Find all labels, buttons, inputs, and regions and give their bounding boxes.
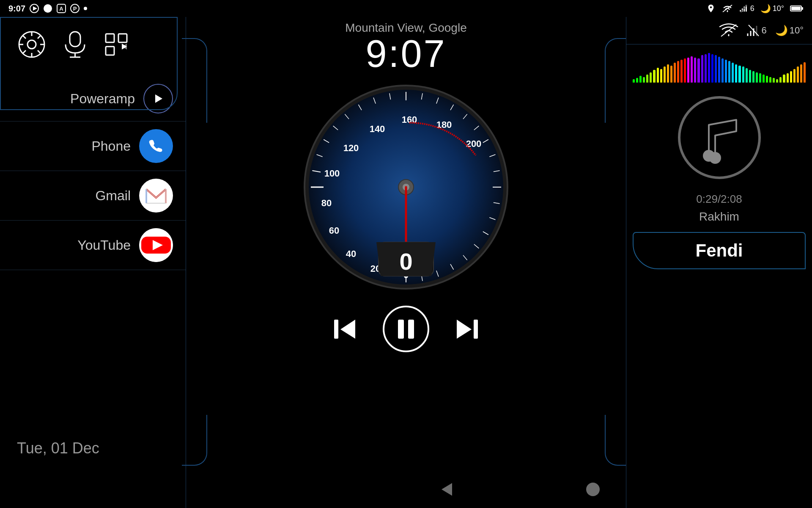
poweramp-item[interactable]: Poweramp (0, 76, 186, 121)
eq-bar-48 (797, 66, 799, 83)
song-title-box: Fendi (633, 232, 806, 269)
mic-icon (63, 30, 87, 59)
svg-marker-1 (33, 6, 37, 11)
app-list: Poweramp Phone Gmail (0, 76, 186, 270)
eq-bar-3 (643, 77, 645, 83)
song-title: Fendi (696, 240, 743, 260)
eq-bar-26 (721, 58, 724, 83)
svg-point-90 (586, 483, 600, 496)
moon-right-icon: 🌙 (775, 25, 788, 36)
eq-bar-30 (735, 64, 737, 83)
left-panel: Poweramp Phone Gmail (0, 17, 186, 508)
signal-num: 6 (761, 25, 766, 36)
phone-item[interactable]: Phone (0, 121, 186, 171)
microphone-button[interactable] (63, 30, 87, 59)
eq-bar-12 (674, 63, 676, 83)
signal-crossed-icon (747, 24, 760, 37)
eq-bar-2 (639, 76, 642, 83)
gmail-item[interactable]: Gmail (0, 171, 186, 221)
toolbar (0, 17, 186, 68)
signal-icon (739, 4, 749, 13)
phone-handset-icon (147, 137, 165, 155)
gmail-icon[interactable] (139, 179, 173, 213)
eq-bar-38 (763, 75, 765, 83)
svg-line-25 (23, 50, 26, 53)
prev-button[interactable] (332, 318, 357, 341)
next-button[interactable] (455, 318, 480, 341)
wifi-detail-icon (719, 22, 738, 39)
svg-rect-14 (801, 7, 803, 10)
temp-right: 10° (790, 25, 804, 36)
svg-rect-84 (334, 320, 338, 339)
eq-bar-17 (691, 56, 693, 83)
eq-bar-13 (677, 61, 679, 83)
grid-icon (104, 32, 129, 57)
youtube-icon[interactable] (139, 228, 173, 262)
song-info: 0:29/2:08 Rakhim (626, 193, 812, 224)
center-panel: Mountain View, Google 9:07 (186, 17, 626, 508)
svg-point-17 (27, 40, 36, 49)
svg-text:40: 40 (346, 248, 356, 259)
music-note-icon (677, 95, 762, 180)
eq-bar-16 (687, 58, 689, 83)
pause-button[interactable] (383, 306, 429, 352)
speedometer: 0 20 40 60 80 100 120 140 160 180 200 (300, 81, 512, 293)
signal-blocked-area: 6 (747, 24, 766, 37)
settings-button[interactable] (17, 30, 47, 59)
svg-line-22 (23, 36, 26, 39)
weather-right-area: 🌙 10° (775, 25, 804, 36)
poweramp-label: Poweramp (70, 91, 135, 107)
gmail-envelope-icon (145, 187, 167, 204)
back-button[interactable] (437, 481, 454, 500)
eq-bar-42 (776, 79, 778, 83)
svg-point-2 (44, 4, 52, 13)
svg-marker-83 (340, 320, 355, 339)
eq-bar-4 (646, 75, 648, 83)
svg-rect-29 (106, 34, 114, 42)
status-right-icons: 6 🌙 10° (706, 3, 804, 14)
location-time: Mountain View, Google 9:07 (345, 17, 466, 73)
apps-grid-button[interactable] (104, 32, 129, 57)
eq-bar-43 (779, 77, 782, 83)
wifi-status-icon (721, 4, 733, 13)
eq-bar-50 (804, 62, 806, 83)
poweramp-play-icon (152, 92, 165, 105)
svg-line-23 (38, 50, 41, 53)
svg-marker-87 (457, 320, 472, 339)
p-status-icon: P (70, 4, 80, 13)
phone-icon[interactable] (139, 129, 173, 163)
battery-icon (790, 5, 804, 12)
svg-rect-88 (474, 320, 478, 339)
eq-bar-22 (708, 53, 710, 83)
play-status-icon (30, 4, 39, 13)
home-button[interactable] (584, 481, 601, 500)
svg-text:120: 120 (343, 143, 359, 153)
youtube-item[interactable]: YouTube (0, 221, 186, 270)
svg-marker-34 (155, 94, 162, 103)
svg-text:100: 100 (324, 168, 340, 179)
eq-bar-7 (657, 68, 659, 83)
skip-prev-icon (332, 318, 357, 341)
svg-text:A: A (59, 6, 63, 12)
eq-bar-1 (636, 78, 638, 83)
main-time: 9:07 (345, 35, 466, 73)
pause-icon (395, 318, 417, 341)
eq-bar-24 (715, 55, 717, 83)
svg-rect-30 (118, 34, 127, 42)
eq-bar-27 (725, 60, 727, 83)
eq-bar-44 (783, 75, 785, 83)
eq-bar-8 (660, 69, 662, 83)
eq-bar-35 (752, 71, 754, 83)
eq-bar-0 (633, 79, 635, 83)
svg-point-98 (679, 97, 760, 178)
main-area: Poweramp Phone Gmail (0, 17, 812, 508)
eq-bar-32 (742, 66, 744, 83)
weather-area: 🌙 10° (760, 3, 784, 14)
speedometer-svg: 0 20 40 60 80 100 120 140 160 180 200 (300, 81, 512, 293)
back-icon (437, 481, 454, 498)
poweramp-icon[interactable] (143, 84, 173, 113)
signal-area: 6 (739, 4, 754, 13)
gmail-label: Gmail (95, 188, 131, 204)
eq-bar-14 (680, 60, 683, 83)
signal-strength: 6 (750, 4, 754, 13)
